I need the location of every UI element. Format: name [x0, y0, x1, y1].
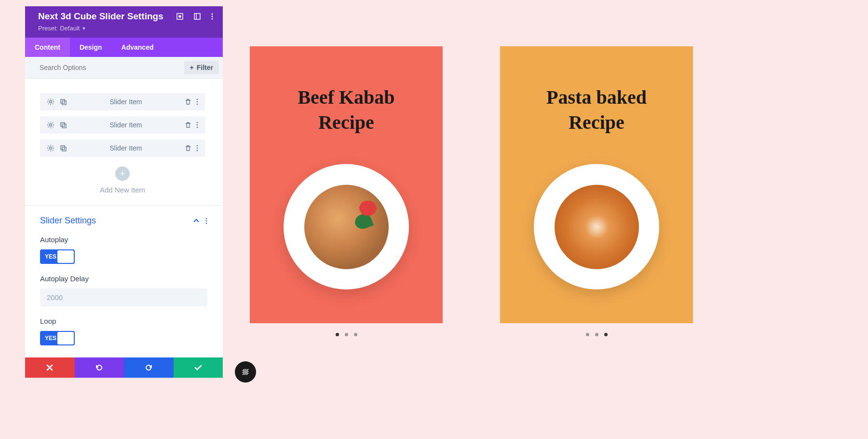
svg-point-27: [206, 222, 207, 224]
gear-icon[interactable]: [47, 144, 54, 152]
trash-icon[interactable]: [185, 122, 191, 128]
svg-point-10: [197, 99, 198, 100]
chevron-up-icon[interactable]: [193, 219, 200, 223]
title-line: Beef Kabab: [298, 86, 394, 108]
more-icon[interactable]: [196, 122, 198, 128]
section-title: Slider Settings: [40, 216, 193, 226]
svg-rect-8: [61, 99, 65, 103]
dot[interactable]: [604, 333, 608, 336]
svg-point-13: [50, 124, 52, 126]
autoplay-delay-input[interactable]: [40, 288, 207, 306]
svg-point-23: [197, 148, 198, 149]
preset-label: Preset:: [38, 25, 58, 32]
dot[interactable]: [336, 333, 339, 336]
kabab-food-image: [304, 185, 389, 269]
add-new-item[interactable]: + Add New Item: [40, 166, 205, 194]
expand-icon[interactable]: [176, 13, 183, 20]
svg-point-12: [197, 104, 198, 105]
svg-point-16: [197, 122, 198, 123]
toggle-knob: [57, 332, 74, 344]
svg-point-22: [197, 145, 198, 147]
loop-field: Loop YES: [40, 317, 207, 345]
svg-point-24: [197, 150, 198, 151]
pasta-food-image: [555, 185, 639, 269]
slider-item-row[interactable]: Slider Item: [40, 93, 205, 110]
undo-button[interactable]: [75, 357, 124, 378]
section-header[interactable]: Slider Settings: [40, 216, 207, 226]
svg-point-6: [212, 18, 213, 20]
field-label: Autoplay: [40, 235, 207, 244]
panel-search-row: + Filter: [25, 57, 223, 79]
save-button[interactable]: [174, 357, 223, 378]
svg-rect-2: [194, 14, 200, 19]
title-line: Recipe: [318, 111, 374, 133]
filter-button[interactable]: + Filter: [184, 61, 219, 74]
food-plate: [534, 164, 659, 289]
slider-settings-section: Slider Settings Autoplay YES Autoplay De…: [25, 206, 223, 345]
gear-icon[interactable]: [47, 121, 54, 129]
title-line: Recipe: [569, 111, 624, 133]
panel-title: Next 3d Cube Slider Settings: [38, 11, 176, 22]
redo-button[interactable]: [124, 357, 174, 378]
svg-point-1: [179, 15, 181, 17]
layout-icon[interactable]: [194, 13, 201, 20]
svg-point-7: [50, 101, 52, 103]
svg-rect-21: [62, 147, 66, 151]
add-new-label: Add New Item: [40, 186, 205, 194]
more-icon[interactable]: [196, 98, 198, 105]
svg-point-25: [206, 218, 207, 219]
tab-design[interactable]: Design: [70, 38, 112, 57]
plus-icon: +: [190, 64, 194, 71]
loop-toggle[interactable]: YES: [40, 331, 75, 345]
svg-point-4: [212, 14, 213, 15]
autoplay-delay-field: Autoplay Delay: [40, 274, 207, 306]
dot[interactable]: [595, 333, 598, 336]
preview-card-2: Pasta baked Recipe: [500, 46, 693, 323]
more-icon[interactable]: [211, 13, 213, 20]
add-icon[interactable]: +: [115, 166, 130, 181]
panel-header: Next 3d Cube Slider Settings Preset: Def…: [25, 6, 223, 38]
gear-icon[interactable]: [47, 98, 54, 106]
dot[interactable]: [354, 333, 357, 336]
field-label: Loop: [40, 317, 207, 325]
pagination-dots: [500, 333, 693, 336]
autoplay-field: Autoplay YES: [40, 235, 207, 264]
filter-label: Filter: [197, 64, 213, 71]
more-icon[interactable]: [205, 218, 207, 224]
food-plate: [284, 164, 409, 289]
autoplay-toggle[interactable]: YES: [40, 249, 75, 264]
pagination-dots: [250, 333, 443, 336]
more-icon[interactable]: [196, 145, 198, 151]
trash-icon[interactable]: [185, 145, 191, 151]
slider-item-row[interactable]: Slider Item: [40, 116, 205, 134]
svg-rect-14: [61, 123, 65, 126]
toggle-value: YES: [45, 253, 56, 260]
cancel-button[interactable]: [25, 357, 75, 378]
copy-icon[interactable]: [59, 121, 67, 129]
dot[interactable]: [586, 333, 589, 336]
svg-rect-9: [62, 101, 66, 105]
tab-content[interactable]: Content: [25, 38, 70, 57]
resize-handle[interactable]: [235, 361, 256, 383]
dropdown-caret-icon: ▼: [81, 26, 86, 31]
search-input[interactable]: [40, 64, 184, 71]
slider-item-label: Slider Item: [67, 121, 185, 129]
svg-point-26: [206, 220, 207, 221]
svg-point-11: [197, 101, 198, 103]
field-label: Autoplay Delay: [40, 274, 207, 283]
svg-point-19: [50, 147, 52, 150]
dot[interactable]: [345, 333, 348, 336]
card-title: Beef Kabab Recipe: [298, 85, 394, 135]
toggle-value: YES: [45, 335, 56, 342]
settings-panel: Next 3d Cube Slider Settings Preset: Def…: [25, 6, 223, 378]
card-title: Pasta baked Recipe: [546, 85, 647, 135]
svg-rect-15: [62, 124, 66, 128]
preset-selector[interactable]: Preset: Default ▼: [38, 25, 213, 32]
trash-icon[interactable]: [185, 98, 191, 105]
copy-icon[interactable]: [59, 98, 67, 106]
slider-item-row[interactable]: Slider Item: [40, 139, 205, 157]
tab-advanced[interactable]: Advanced: [112, 38, 163, 57]
preview-area: Beef Kabab Recipe Pasta baked Recipe: [250, 46, 693, 336]
copy-icon[interactable]: [59, 144, 67, 152]
title-line: Pasta baked: [546, 86, 647, 108]
